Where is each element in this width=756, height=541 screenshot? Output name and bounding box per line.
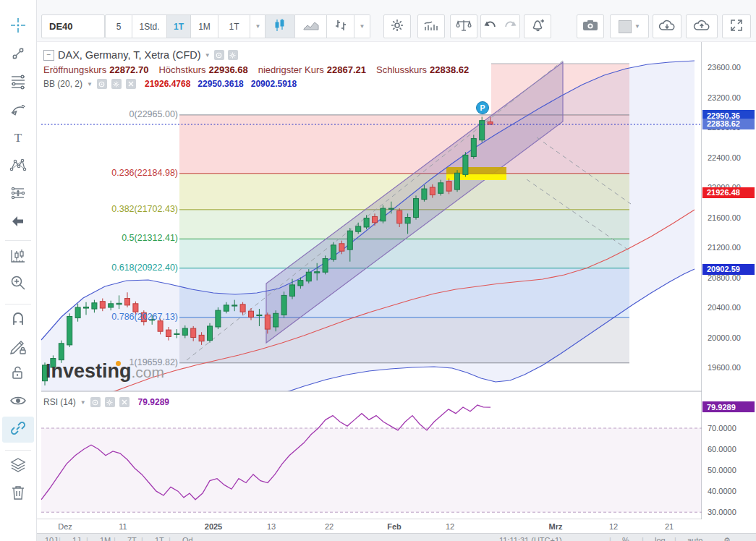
bar-replay-icon xyxy=(9,247,27,268)
rsi-value: 79.9289 xyxy=(138,397,169,407)
interval-button-1T[interactable]: 1T xyxy=(167,14,191,38)
redo-button[interactable] xyxy=(500,14,520,38)
range-preset-1M[interactable]: 1M xyxy=(100,536,111,541)
rsi-tick: 40.0000 xyxy=(708,487,736,495)
chevron-down-icon[interactable]: ▼ xyxy=(205,52,211,59)
price-tick: 22400.00 xyxy=(708,153,741,162)
area-chart-type-button[interactable] xyxy=(295,14,327,38)
xabcd-pattern-tool[interactable] xyxy=(2,153,34,179)
price-axis[interactable]: 23600.0023200.0022800.0022400.0022000.00… xyxy=(702,41,756,519)
ohlc-bars-type-button[interactable] xyxy=(327,14,354,38)
chevron-down-icon[interactable]: ▼ xyxy=(87,81,93,88)
alert-button[interactable] xyxy=(524,14,551,38)
axis-settings-gear-icon[interactable]: ⚙ xyxy=(723,536,731,541)
snapshot-button[interactable] xyxy=(577,14,604,38)
close-icon[interactable] xyxy=(119,397,129,407)
text-icon: T xyxy=(9,129,27,149)
scale-toggle-%[interactable]: % xyxy=(622,536,629,541)
interval-button-5[interactable]: 5 xyxy=(105,14,132,38)
symbol-input[interactable]: DE40 xyxy=(41,14,105,38)
settings-mini-icon[interactable] xyxy=(105,397,115,407)
separator: | xyxy=(169,536,171,541)
fib-level-label: 1(19659.82) xyxy=(41,357,178,367)
fib-lines-icon xyxy=(9,73,27,93)
back-arrow-icon xyxy=(10,215,26,231)
candle xyxy=(471,139,476,157)
hide-drawings-tool[interactable] xyxy=(2,389,34,415)
interval-button-1M[interactable]: 1M xyxy=(191,14,218,38)
fib-lines-tool[interactable] xyxy=(2,70,34,96)
zoom-in-tool[interactable] xyxy=(2,271,34,297)
compare-button[interactable] xyxy=(450,14,477,38)
layers-tool[interactable] xyxy=(2,453,34,480)
visibility-icon[interactable] xyxy=(97,79,107,89)
cloud-download-icon xyxy=(658,19,676,34)
candle xyxy=(373,216,378,222)
svg-text:P: P xyxy=(480,103,485,112)
xabcd-pattern-icon xyxy=(9,156,27,176)
background-button[interactable]: ▼ xyxy=(610,14,649,38)
scale-toggle-log[interactable]: log xyxy=(655,536,666,541)
interval-more-button[interactable]: ▼ xyxy=(250,14,266,38)
rsi-tick: 30.0000 xyxy=(708,508,736,516)
link-tool[interactable] xyxy=(2,417,34,443)
scale-toggle-auto[interactable]: auto xyxy=(687,536,702,541)
settings-button[interactable] xyxy=(383,14,411,38)
fib-level-label: 0.786(20267.13) xyxy=(41,312,178,322)
trash-icon xyxy=(9,484,27,504)
range-preset-Od[interactable]: Od xyxy=(182,536,193,541)
save-chart-button[interactable] xyxy=(686,14,718,38)
settings-mini-icon[interactable] xyxy=(228,50,238,60)
unlock-icon xyxy=(9,365,27,385)
redo-icon xyxy=(503,20,517,33)
rsi-tick: 70.0000 xyxy=(708,424,736,433)
load-chart-button[interactable] xyxy=(653,14,681,38)
sidebar-divider xyxy=(5,450,31,451)
candle xyxy=(323,259,328,273)
bar-replay-tool[interactable] xyxy=(2,244,34,270)
interval-button-1Std.[interactable]: 1Std. xyxy=(132,14,167,38)
settings-mini-icon[interactable] xyxy=(111,79,122,89)
interval-button-1T[interactable]: 1T xyxy=(218,14,250,38)
visibility-icon[interactable] xyxy=(90,397,101,407)
separator: | xyxy=(141,536,143,541)
unlock-tool[interactable] xyxy=(2,362,34,388)
candles-type-button[interactable] xyxy=(265,14,295,38)
indicator-value: 22950.3618 xyxy=(198,79,243,89)
candle xyxy=(347,231,352,250)
range-preset-1T[interactable]: 1T xyxy=(155,536,164,541)
text-tool[interactable]: T xyxy=(2,126,34,152)
time-tick: 22 xyxy=(325,522,334,531)
price-tick: 21600.00 xyxy=(708,213,741,222)
trend-line-tool[interactable] xyxy=(2,42,34,68)
time-axis[interactable]: Dez1120251322Feb12Mrz1221 xyxy=(36,519,702,533)
trash-tool[interactable] xyxy=(2,481,34,507)
forecast-tool[interactable] xyxy=(2,182,34,208)
crosshair-tool[interactable] xyxy=(2,14,34,40)
chart-type-more-button[interactable]: ▼ xyxy=(354,14,370,38)
price-tick: 20000.00 xyxy=(708,333,741,342)
candle xyxy=(125,299,130,305)
range-preset-7T[interactable]: 7T xyxy=(127,536,137,541)
indicators-button[interactable] xyxy=(417,14,445,38)
back-arrow-tool[interactable] xyxy=(2,210,34,236)
range-preset-1J[interactable]: 1J xyxy=(72,536,81,541)
magnet-tool[interactable] xyxy=(2,307,34,333)
candle xyxy=(388,208,394,209)
undo-button[interactable] xyxy=(480,14,501,38)
chevron-down-icon[interactable]: ▼ xyxy=(80,399,86,406)
rsi-pane[interactable] xyxy=(41,405,702,512)
collapse-icon[interactable]: − xyxy=(43,50,54,61)
trading-chart-app: { "toolbar": { "symbol": "DE40", "interv… xyxy=(0,0,756,541)
close-icon[interactable] xyxy=(126,79,136,89)
candle xyxy=(265,315,270,329)
separator: | xyxy=(674,536,676,541)
fullscreen-button[interactable] xyxy=(722,14,751,38)
drawing-lock-tool[interactable] xyxy=(2,335,34,361)
visibility-icon[interactable] xyxy=(214,50,224,60)
ohlc-label: Schlusskurs xyxy=(376,64,427,75)
ohlc-pair: Höchstkurs22936.68 xyxy=(158,64,247,75)
forecast-icon xyxy=(9,184,27,205)
brush-tool[interactable] xyxy=(2,98,34,124)
range-preset-10J[interactable]: 10J xyxy=(45,536,58,541)
